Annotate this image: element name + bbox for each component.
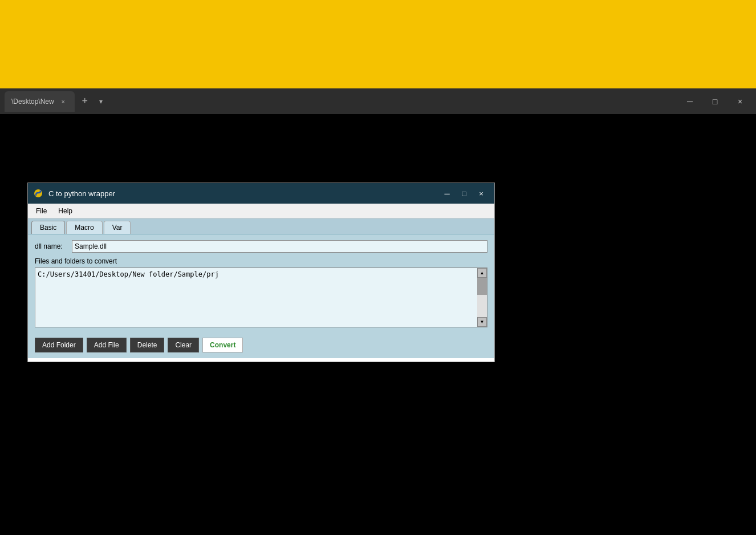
browser-tab[interactable]: \Desktop\New × [5, 91, 75, 112]
chrome-maximize-button[interactable]: □ [704, 93, 726, 110]
dll-name-label: dll name: [35, 242, 72, 250]
chrome-minimize-button[interactable]: ─ [678, 93, 701, 110]
menu-help[interactable]: Help [52, 206, 78, 216]
snake-icon [33, 188, 43, 198]
buttons-row: Add Folder Add File Delete Clear Convert [28, 333, 494, 358]
content-area: dll name: Files and folders to convert C… [28, 234, 494, 333]
menu-bar: File Help [28, 204, 494, 218]
svg-point-2 [40, 191, 40, 191]
chrome-controls: ─ □ × [678, 93, 751, 110]
scrollbar-thumb[interactable] [477, 278, 487, 295]
tab-dropdown-button[interactable]: ▾ [94, 95, 108, 108]
app-maximize-button[interactable]: □ [456, 185, 473, 202]
tab-close-button[interactable]: × [59, 97, 68, 106]
top-yellow-bar [0, 0, 756, 88]
files-textarea[interactable]: C:/Users/31401/Desktop/New folder/Sample… [35, 268, 477, 327]
title-bar-controls: ─ □ × [438, 185, 490, 202]
vertical-scrollbar[interactable]: ▲ ▼ [477, 268, 487, 327]
app-window: C to python wrapper ─ □ × File Help Basi… [27, 183, 495, 362]
tab-var[interactable]: Var [104, 221, 131, 234]
delete-button[interactable]: Delete [130, 338, 165, 352]
scrollbar-down-button[interactable]: ▼ [477, 317, 487, 327]
tab-basic[interactable]: Basic [31, 221, 65, 234]
convert-button[interactable]: Convert [202, 338, 243, 352]
scrollbar-up-button[interactable]: ▲ [477, 268, 487, 278]
tab-strip: Basic Macro Var [28, 218, 494, 234]
add-file-button[interactable]: Add File [87, 338, 127, 352]
svg-point-1 [40, 191, 42, 192]
app-close-button[interactable]: × [473, 185, 490, 202]
app-minimize-button[interactable]: ─ [438, 185, 456, 202]
files-section-label: Files and folders to convert [35, 257, 487, 265]
add-folder-button[interactable]: Add Folder [35, 338, 83, 352]
tab-macro[interactable]: Macro [66, 221, 102, 234]
chrome-close-button[interactable]: × [729, 93, 751, 110]
dll-name-row: dll name: [35, 240, 487, 253]
tab-label: \Desktop\New [11, 98, 54, 106]
title-bar: C to python wrapper ─ □ × [28, 183, 494, 204]
dll-name-input[interactable] [72, 240, 487, 253]
new-tab-button[interactable]: + [77, 94, 93, 110]
scrollbar-track[interactable] [477, 278, 487, 317]
app-icon [32, 188, 44, 199]
clear-button[interactable]: Clear [168, 338, 199, 352]
app-title: C to python wrapper [48, 189, 438, 198]
menu-file[interactable]: File [30, 206, 52, 216]
files-textarea-wrapper: C:/Users/31401/Desktop/New folder/Sample… [35, 268, 487, 327]
browser-chrome: \Desktop\New × + ▾ ─ □ × [0, 88, 756, 114]
